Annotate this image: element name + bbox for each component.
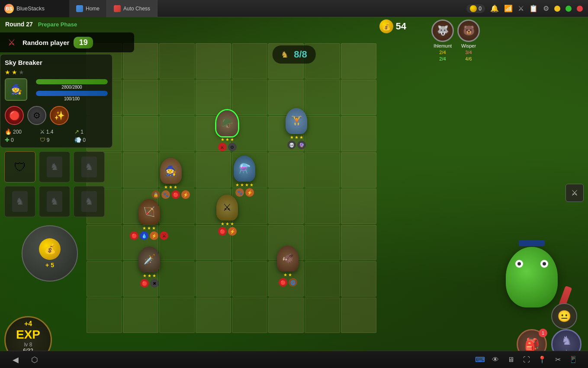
display-icon[interactable]: 🖥	[505, 354, 517, 366]
tab-game[interactable]: Auto Chess	[107, 0, 157, 17]
cross-sword-icon[interactable]: ⚔	[518, 4, 524, 13]
cell-8-2[interactable]	[123, 298, 158, 333]
mp-fill	[36, 91, 108, 96]
cell-7-8[interactable]	[341, 261, 376, 297]
empty-slot-2: ♞	[47, 157, 62, 177]
cell-2-5[interactable]	[232, 80, 267, 115]
toolbar-slash-button[interactable]: ⚔	[566, 184, 584, 202]
cell-5-7[interactable]	[305, 189, 340, 224]
cell-7-5[interactable]	[232, 261, 267, 297]
hp-text: 2800/2800	[36, 85, 108, 90]
cell-2-8[interactable]	[341, 80, 376, 115]
cell-8-3[interactable]	[159, 298, 195, 333]
opponent-0-avatar: 🐺	[431, 19, 454, 42]
equip-row-1: 🛡 ♞ ♞	[0, 151, 112, 182]
bottom-right-icons: ⌨ 👁 🖥 ⛶ 📍 ✂ 📱	[474, 354, 579, 366]
close-button[interactable]	[577, 6, 583, 12]
cell-7-3[interactable]	[159, 261, 195, 297]
board-piece-2[interactable]: 🏋 ★★★ 💀 🔮	[286, 108, 307, 149]
cell-3-2[interactable]	[123, 116, 158, 151]
cell-1-5[interactable]	[232, 43, 267, 79]
cell-4-6[interactable]	[268, 152, 304, 188]
eye-icon[interactable]: 👁	[489, 354, 501, 366]
cell-8-1[interactable]	[87, 298, 122, 333]
game-tab-label: Auto Chess	[123, 6, 150, 12]
equip-slot-1[interactable]: 🛡	[4, 151, 35, 182]
home-tab-label: Home	[86, 6, 100, 12]
cell-2-4[interactable]	[196, 80, 231, 115]
location-icon[interactable]: 📍	[536, 354, 548, 366]
cell-8-6[interactable]	[268, 298, 304, 333]
gold-interest-button[interactable]: 💰 + 5	[22, 225, 78, 282]
equip-slot-2[interactable]: ♞	[39, 151, 70, 182]
hp-fill	[36, 79, 108, 84]
settings-icon[interactable]: ⚙	[543, 4, 549, 13]
cell-8-5[interactable]	[232, 298, 267, 333]
equip-slot-5[interactable]: ♞	[39, 186, 70, 217]
board-piece-3[interactable]: 🧙 ★★★ 🔒 🐾 🔴 ⚡	[151, 158, 190, 199]
opponent-1-avatar: 🐻	[457, 19, 480, 42]
cell-1-3[interactable]	[159, 43, 195, 79]
signal-icon[interactable]: 📶	[504, 4, 513, 13]
cell-1-8[interactable]	[341, 43, 376, 79]
cell-5-6[interactable]	[268, 189, 304, 224]
stat-range: ↗ 1	[74, 128, 108, 135]
cell-8-8[interactable]	[341, 298, 376, 333]
cell-1-4[interactable]	[196, 43, 231, 79]
character-portrait[interactable]: 🧙	[5, 78, 27, 101]
cell-4-7[interactable]	[305, 152, 340, 188]
ability-3-button[interactable]: ✨	[50, 106, 69, 125]
cell-3-7[interactable]	[305, 116, 340, 151]
face-emote-button[interactable]: 😐	[551, 303, 577, 329]
maximize-button[interactable]	[566, 6, 572, 12]
sword-icon: ⚔	[40, 128, 45, 135]
keyboard-icon[interactable]: ⌨	[474, 354, 486, 366]
opponent-0[interactable]: 🐺 Ihlemunt 2/4 2/4	[431, 19, 454, 61]
home-nav-button[interactable]: ⬡	[28, 353, 42, 367]
fullscreen-icon[interactable]: ⛶	[521, 354, 533, 366]
top-gold-icon: 💰	[379, 19, 393, 33]
cell-7-1[interactable]	[87, 261, 122, 297]
equip-slot-6[interactable]: ♞	[74, 186, 105, 217]
equip-slot-3[interactable]: ♞	[74, 151, 105, 182]
equip-slot-4[interactable]: ♞	[4, 186, 35, 217]
cell-6-8[interactable]	[341, 225, 376, 260]
cell-6-1[interactable]	[87, 225, 122, 260]
titlebar-right: 0 🔔 📶 ⚔ 📋 ⚙	[466, 4, 588, 13]
cell-2-7[interactable]	[305, 80, 340, 115]
bottom-taskbar: ◀ ⬡ ⌨ 👁 🖥 ⛶ 📍 ✂ 📱	[0, 351, 588, 368]
cell-8-4[interactable]	[196, 298, 231, 333]
cell-5-8[interactable]	[341, 189, 376, 224]
ability-2-button[interactable]: ⚙	[27, 106, 46, 125]
top-gold-display: 💰 54	[379, 19, 406, 33]
cell-3-8[interactable]	[341, 116, 376, 151]
minimize-button[interactable]	[554, 6, 560, 12]
cell-4-8[interactable]	[341, 152, 376, 188]
board-piece-8[interactable]: 🐗 ★★ 🔴 🌀	[277, 246, 299, 287]
cell-3-3[interactable]	[159, 116, 195, 151]
tab-home[interactable]: Home	[69, 0, 107, 17]
phone-icon[interactable]: 📱	[567, 354, 579, 366]
board-piece-5[interactable]: 🏹 ★★★ 🔴 💧 ⚡ ⚔	[130, 199, 168, 240]
back-button[interactable]: ◀	[9, 353, 22, 367]
cell-4-4[interactable]	[196, 152, 231, 188]
cell-8-7[interactable]	[305, 298, 340, 333]
opponent-1[interactable]: 🐻 Wisper 3/4 4/6	[457, 19, 480, 61]
board-piece-4[interactable]: ⚗️ ★★★★ 🐾 ⚡	[234, 156, 255, 197]
bluestacks-logo: BS	[4, 4, 14, 13]
cell-2-3[interactable]	[159, 80, 195, 115]
board-piece-1[interactable]: 🪖 ★★★ ⚔ ⚙	[216, 110, 238, 151]
ability-1-button[interactable]: 🔴	[5, 106, 24, 125]
board-piece-6[interactable]: ⚔ ★★★ 🔴 ⚡	[216, 195, 238, 236]
heal-icon: ✚	[5, 137, 10, 143]
cell-6-7[interactable]	[305, 225, 340, 260]
stat-heal: ✚ 0	[5, 137, 38, 143]
board-piece-7[interactable]: 🗡️ ★★★ 🔴 ✖	[138, 246, 160, 288]
cell-7-7[interactable]	[305, 261, 340, 297]
cut-icon[interactable]: ✂	[552, 354, 564, 366]
creature-body	[506, 247, 558, 307]
notification-icon[interactable]: 🔔	[490, 4, 499, 13]
cell-7-4[interactable]	[196, 261, 231, 297]
clipboard-icon[interactable]: 📋	[529, 4, 538, 13]
cell-2-2[interactable]	[123, 80, 158, 115]
